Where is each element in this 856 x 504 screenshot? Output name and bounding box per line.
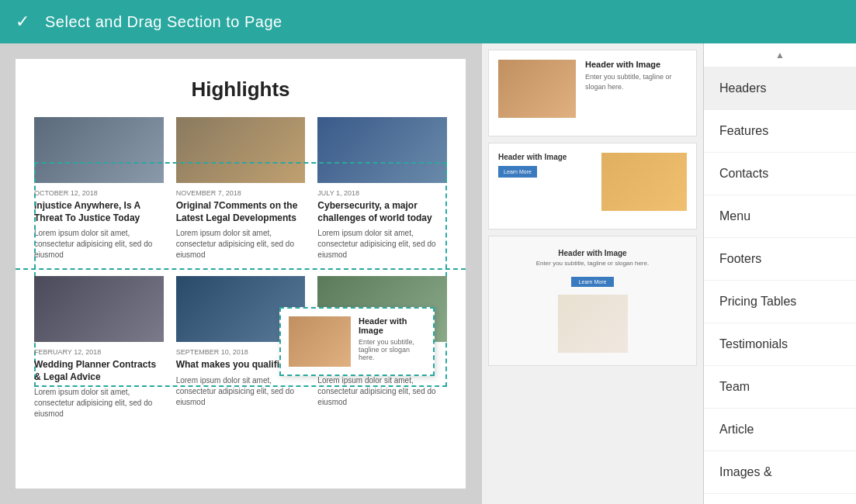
check-icon: ✓ bbox=[16, 12, 29, 32]
sc2-button-label: Learn More bbox=[504, 169, 532, 174]
category-list: ▲ Headers Features Contacts Menu Footers… bbox=[704, 43, 856, 504]
blog-card-2: NOVEMBER 7, 2018 Original 7Comments on t… bbox=[176, 117, 306, 261]
section-card-2[interactable]: Header with Image Learn More bbox=[488, 143, 697, 230]
main-content: Highlights OCTOBER 12, 2018 Injustice An… bbox=[0, 43, 856, 504]
scroll-up-button[interactable]: ▲ bbox=[704, 43, 856, 67]
blog-date-4: FEBRUARY 12, 2018 bbox=[34, 348, 164, 356]
blog-excerpt-6: Lorem ipsum dolor sit amet, consectetur … bbox=[317, 375, 447, 408]
category-item-testimonials[interactable]: Testimonials bbox=[704, 323, 856, 366]
sc1-subtitle: Enter you subtitle, tagline or slogan he… bbox=[585, 72, 687, 91]
blog-image-3 bbox=[317, 117, 447, 183]
blog-headline-2: Original 7Comments on the Latest Legal D… bbox=[176, 200, 306, 224]
blog-date-1: OCTOBER 12, 2018 bbox=[34, 189, 164, 197]
blog-card-3: JULY 1, 2018 Cybersecurity, a major chal… bbox=[317, 117, 447, 261]
sc3-subtitle: Enter you subtitle, tagline or slogan he… bbox=[498, 260, 687, 267]
sc3-button-label: Learn More bbox=[579, 279, 607, 285]
section-card-3[interactable]: Header with Image Enter you subtitle, ta… bbox=[488, 236, 697, 366]
category-item-headers[interactable]: Headers bbox=[704, 67, 856, 110]
blog-image-4 bbox=[34, 276, 164, 342]
blog-date-2: NOVEMBER 7, 2018 bbox=[176, 189, 306, 197]
top-bar: ✓ Select and Drag Section to Page bbox=[0, 0, 856, 43]
blog-grid-row1: OCTOBER 12, 2018 Injustice Anywhere, Is … bbox=[34, 117, 447, 261]
blog-image-1 bbox=[34, 117, 164, 183]
section-card-1[interactable]: Header with Image Enter you subtitle, ta… bbox=[488, 50, 697, 136]
blog-excerpt-3: Lorem ipsum dolor sit amet, consectetur … bbox=[317, 228, 447, 261]
category-item-team[interactable]: Team bbox=[704, 366, 856, 409]
blog-headline-3: Cybersecurity, a major challenges of wor… bbox=[317, 200, 447, 224]
page-preview: Highlights OCTOBER 12, 2018 Injustice An… bbox=[0, 43, 481, 504]
scroll-up-arrow: ▲ bbox=[775, 50, 785, 60]
blog-date-3: JULY 1, 2018 bbox=[317, 189, 447, 197]
page-title: Select and Drag Section to Page bbox=[45, 13, 282, 31]
preview-inner: Highlights OCTOBER 12, 2018 Injustice An… bbox=[16, 59, 466, 488]
drag-ghost-image bbox=[289, 316, 351, 367]
highlights-title: Highlights bbox=[34, 78, 447, 102]
sc2-image bbox=[601, 153, 687, 211]
sc3-button[interactable]: Learn More bbox=[571, 277, 615, 287]
blog-excerpt-2: Lorem ipsum dolor sit amet, consectetur … bbox=[176, 228, 306, 261]
sc1-image bbox=[498, 60, 576, 118]
blog-card-4: FEBRUARY 12, 2018 Wedding Planner Contra… bbox=[34, 276, 164, 419]
category-item-menu[interactable]: Menu bbox=[704, 195, 856, 238]
highlights-section: Highlights OCTOBER 12, 2018 Injustice An… bbox=[16, 59, 466, 268]
sc1-title: Header with Image bbox=[585, 60, 687, 69]
blog-image-2 bbox=[176, 117, 306, 183]
drag-ghost-card: Header with Image Enter you subtitle, ta… bbox=[279, 307, 435, 376]
sc3-image bbox=[558, 295, 628, 353]
blog-headline-1: Injustice Anywhere, Is A Threat To Justi… bbox=[34, 200, 164, 224]
blog-card-1: OCTOBER 12, 2018 Injustice Anywhere, Is … bbox=[34, 117, 164, 261]
blog-excerpt-4: Lorem ipsum dolor sit amet, consectetur … bbox=[34, 387, 164, 419]
category-item-footers[interactable]: Footers bbox=[704, 238, 856, 281]
category-item-pricing-tables[interactable]: Pricing Tables bbox=[704, 281, 856, 323]
blog-headline-4: Wedding Planner Contracts & Legal Advice bbox=[34, 359, 164, 383]
drag-ghost-subtitle: Enter you subtitle, tagline or slogan he… bbox=[359, 338, 425, 361]
section-previews-panel[interactable]: Header with Image Enter you subtitle, ta… bbox=[481, 43, 704, 504]
category-item-features[interactable]: Features bbox=[704, 110, 856, 153]
drag-ghost-title: Header with Image bbox=[359, 316, 425, 335]
category-item-contacts[interactable]: Contacts bbox=[704, 153, 856, 195]
blog-excerpt-1: Lorem ipsum dolor sit amet, consectetur … bbox=[34, 228, 164, 261]
category-item-images-video[interactable]: Images & bbox=[704, 451, 856, 494]
sc3-title: Header with Image bbox=[498, 249, 687, 257]
blog-excerpt-5: Lorem ipsum dolor sit amet, consectetur … bbox=[176, 375, 306, 408]
sc2-button[interactable]: Learn More bbox=[498, 166, 537, 178]
category-item-article[interactable]: Article bbox=[704, 409, 856, 451]
